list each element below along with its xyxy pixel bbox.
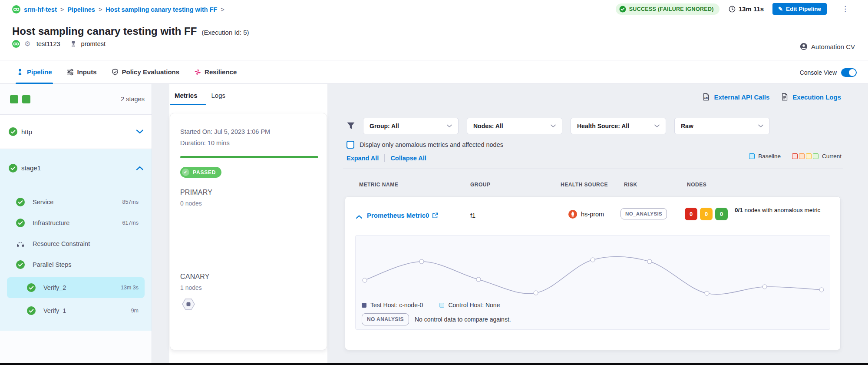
nodes-summary: 0/1 nodes with anomalous metric [735,206,828,214]
data-point-marker[interactable] [476,277,481,282]
pipeline-meta: ⚙ test1123 promtest [12,40,106,48]
breadcrumb-item: srm-hf-test > [24,6,64,13]
breadcrumb-link[interactable]: srm-hf-test [24,6,57,13]
data-point-marker[interactable] [819,287,824,292]
data-point-marker[interactable] [762,285,767,289]
metric-chart [359,237,826,296]
filter-dropdown[interactable]: Health Source: All [571,118,666,134]
console-view-toggle[interactable] [841,68,857,77]
data-point-marker[interactable] [591,257,595,262]
metric-name-link[interactable]: Prometheus Metric0 [367,212,429,219]
environment-name[interactable]: promtest [81,40,106,47]
external-link-icon[interactable] [432,212,438,219]
divider [343,169,843,169]
check-circle-icon [27,283,36,292]
filter-row: Group: All Nodes: All Health Source: All… [347,118,778,134]
stage-row-stage1[interactable]: stage1 [0,149,152,187]
toggle-knob [849,69,856,76]
metric-name-cell[interactable]: Prometheus Metric0 [367,212,438,219]
analysis-message: No control data to compare against. [415,316,511,323]
execution-logs-link[interactable]: Execution Logs [781,93,841,101]
nodes-summary-text: nodes with anomalous metric [743,207,821,213]
breadcrumb: srm-hf-test > Pipelines > Host sampling … [12,5,224,13]
step-row[interactable]: Resource Constraint [7,233,145,254]
elapsed-time: 13m 11s [728,5,764,13]
triggered-by-name: Automation CV [811,43,855,50]
primary-label: PRIMARY [180,189,318,196]
stage-success-square [10,95,18,103]
filter-dropdown[interactable]: Raw [674,118,770,134]
svg-text:API: API [704,97,708,100]
pipeline-status-icon [12,40,20,48]
filter-dropdown[interactable]: Group: All [363,118,459,134]
chevron-down-icon [654,124,660,128]
more-options-icon[interactable]: ⋮ [842,5,849,13]
tab-policy-evaluations[interactable]: Policy Evaluations [111,60,181,83]
execution-id: (Execution Id: 5) [201,29,249,36]
stage1-section: stage1 Service 857ms [0,149,152,331]
breadcrumb-link[interactable]: Host sampling canary testing with FF [106,6,217,13]
chevron-up-icon[interactable] [136,165,143,172]
stages-sidebar: 2 stages http stage1 [0,84,152,365]
header-actions: SUCCESS (FAILURE IGNORED) 13m 11s ✎ Edit… [616,3,849,15]
service-name[interactable]: test1123 [36,40,60,47]
canary-node-hexagon-icon[interactable] [182,297,195,311]
step-label: Resource Constraint [33,240,90,247]
test-host-swatch [362,303,366,308]
step-row[interactable]: Service 857ms [7,192,145,212]
tab-resilience[interactable]: Resilience [193,60,238,83]
chevron-down-icon[interactable] [136,128,143,135]
tab-inputs[interactable]: Inputs [66,60,98,83]
elapsed-time-value: 13m 11s [739,5,764,13]
expand-all-link[interactable]: Expand All [347,155,379,162]
tab-pipeline-label: Pipeline [27,68,52,76]
step-row[interactable]: Parallel Steps [7,254,145,275]
sliders-icon [67,69,74,76]
nodes-summary-ratio: 0/1 [735,207,743,213]
edit-pipeline-button[interactable]: ✎ Edit Pipeline [772,3,827,15]
filter-dropdown[interactable]: Nodes: All [467,118,562,134]
status-badge: SUCCESS (FAILURE IGNORED) [616,3,719,15]
breadcrumb-item: Pipelines > [67,6,102,13]
filter-funnel-icon[interactable] [347,122,355,130]
current-label: Current [822,153,842,159]
step-label: Service [33,199,53,206]
risk-badge: NO_ANALYSIS [620,208,667,219]
step-duration: 9m [131,308,139,314]
step-row[interactable]: Infrastructure 617ms [7,212,145,233]
verification-duration: Duration: 10 mins [180,137,318,149]
step-row[interactable]: Verify_1 9m [7,300,145,321]
data-point-marker[interactable] [704,291,709,295]
pipeline-execution-page: srm-hf-test > Pipelines > Host sampling … [0,0,868,365]
header: srm-hf-test > Pipelines > Host sampling … [0,0,868,60]
check-circle-icon [16,198,25,206]
check-circle-icon [9,164,17,173]
collapse-all-link[interactable]: Collapse All [390,155,426,162]
tab-logs[interactable]: Logs [211,90,227,101]
control-host-label: Control Host: None [448,302,500,309]
chevron-down-icon [551,124,556,128]
control-host-legend-item: Control Host: None [439,302,500,309]
current-swatch [799,153,805,159]
expand-collapse-controls: Expand All Collapse All [347,154,426,162]
verification-tabs: Metrics Logs [174,90,226,101]
health-source-cell: hs-prom [568,210,604,219]
triggered-by: Automation CV [800,43,855,50]
data-point-marker[interactable] [533,291,538,295]
tab-policy-evaluations-label: Policy Evaluations [122,68,180,76]
data-point-marker[interactable] [362,278,367,282]
canary-label: CANARY [180,273,318,281]
anomalous-checkbox[interactable] [347,141,354,149]
tab-metrics[interactable]: Metrics [174,90,198,101]
collapse-chevron-icon[interactable] [356,212,362,216]
external-api-calls-link[interactable]: API External API Calls [703,93,769,101]
data-point-marker[interactable] [647,259,652,264]
data-point-marker[interactable] [419,259,424,264]
stage-row-http[interactable]: http [0,115,152,149]
step-row[interactable]: Verify_2 13m 3s [7,277,145,298]
current-swatches [792,153,818,159]
page-title: Host sampling canary testing with FF [12,25,197,37]
tab-pipeline[interactable]: Pipeline [16,60,53,83]
breadcrumb-link[interactable]: Pipelines [67,6,95,13]
edit-pipeline-label: Edit Pipeline [786,6,821,12]
